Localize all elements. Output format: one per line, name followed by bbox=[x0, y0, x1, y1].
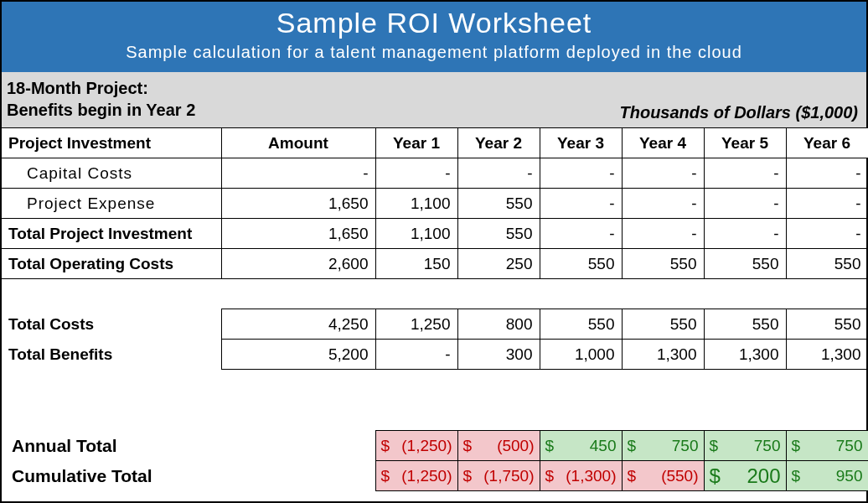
cell: 550 bbox=[704, 309, 786, 340]
cell: 1,300 bbox=[704, 340, 786, 370]
cell: 2,600 bbox=[221, 249, 375, 279]
cell: - bbox=[375, 340, 457, 370]
cell: 1,100 bbox=[375, 219, 457, 249]
label-total-pi: Total Project Investment bbox=[2, 219, 221, 249]
spacer-row bbox=[2, 279, 868, 309]
cell: 550 bbox=[540, 249, 622, 279]
label-cumulative-total: Cumulative Total bbox=[2, 461, 221, 491]
annual-y6: $750 bbox=[786, 431, 868, 461]
cell: 1,000 bbox=[540, 340, 622, 370]
cell: - bbox=[704, 219, 786, 249]
cell: - bbox=[540, 189, 622, 219]
row-total-operating-costs: Total Operating Costs 2,600 150 250 550 … bbox=[2, 249, 868, 279]
cell: 5,200 bbox=[221, 340, 375, 370]
cumulative-y6: $950 bbox=[786, 461, 868, 491]
cell: - bbox=[786, 158, 868, 189]
cell: 550 bbox=[457, 219, 540, 249]
cell: 1,100 bbox=[375, 189, 457, 219]
cell: - bbox=[540, 158, 622, 189]
cell: 1,650 bbox=[221, 189, 375, 219]
cell: - bbox=[704, 189, 786, 219]
label-op-costs: Total Operating Costs bbox=[2, 249, 221, 279]
row-total-costs: Total Costs 4,250 1,250 800 550 550 550 … bbox=[2, 309, 868, 340]
col-year3: Year 3 bbox=[540, 128, 622, 158]
col-amount: Amount bbox=[221, 128, 375, 158]
cell: - bbox=[375, 158, 457, 189]
cumulative-y4: $(550) bbox=[622, 461, 704, 491]
cell: - bbox=[786, 219, 868, 249]
cell: 550 bbox=[540, 309, 622, 340]
cell: 550 bbox=[622, 249, 704, 279]
cell: - bbox=[622, 158, 704, 189]
cell: 550 bbox=[457, 189, 540, 219]
cell: 4,250 bbox=[221, 309, 375, 340]
cumulative-y5: $200 bbox=[704, 461, 786, 491]
col-year4: Year 4 bbox=[622, 128, 704, 158]
col-year2: Year 2 bbox=[457, 128, 540, 158]
cell: - bbox=[622, 219, 704, 249]
cell: 250 bbox=[457, 249, 540, 279]
cell: 1,250 bbox=[375, 309, 457, 340]
cell: - bbox=[457, 158, 540, 189]
annual-y3: $450 bbox=[540, 431, 622, 461]
worksheet-frame: Sample ROI Worksheet Sample calculation … bbox=[0, 0, 868, 503]
annual-y2: $(500) bbox=[457, 431, 540, 461]
col-year5: Year 5 bbox=[704, 128, 786, 158]
label-annual-total: Annual Total bbox=[2, 431, 221, 461]
totals-table: Annual Total $(1,250) $(500) $450 $750 $… bbox=[2, 430, 868, 491]
row-project-expense: Project Expense 1,650 1,100 550 - - - - bbox=[2, 189, 868, 219]
cell: - bbox=[540, 219, 622, 249]
cell: 1,650 bbox=[221, 219, 375, 249]
annual-y1: $(1,250) bbox=[375, 431, 457, 461]
label-total-costs: Total Costs bbox=[2, 309, 221, 340]
units-label: Thousands of Dollars ($1,000) bbox=[619, 103, 858, 122]
cell: 1,300 bbox=[786, 340, 868, 370]
annual-y5: $750 bbox=[704, 431, 786, 461]
row-total-project-investment: Total Project Investment 1,650 1,100 550… bbox=[2, 219, 868, 249]
cumulative-y2: $(1,750) bbox=[457, 461, 540, 491]
row-annual-total: Annual Total $(1,250) $(500) $450 $750 $… bbox=[2, 431, 868, 461]
table-header-row: Project Investment Amount Year 1 Year 2 … bbox=[2, 128, 868, 158]
cell: 300 bbox=[457, 340, 540, 370]
cell: 550 bbox=[786, 249, 868, 279]
header: Sample ROI Worksheet Sample calculation … bbox=[2, 2, 866, 72]
totals-section: Annual Total $(1,250) $(500) $450 $750 $… bbox=[2, 430, 866, 491]
label-capital-costs: Capital Costs bbox=[2, 158, 221, 189]
subheader: 18-Month Project: Benefits begin in Year… bbox=[2, 72, 866, 127]
row-capital-costs: Capital Costs - - - - - - - bbox=[2, 158, 868, 189]
page-title: Sample ROI Worksheet bbox=[2, 7, 866, 39]
cell: - bbox=[622, 189, 704, 219]
cell: - bbox=[704, 158, 786, 189]
cell: 550 bbox=[704, 249, 786, 279]
page-subtitle: Sample calculation for a talent manageme… bbox=[2, 43, 866, 62]
cell: 550 bbox=[622, 309, 704, 340]
label-total-benefits: Total Benefits bbox=[2, 340, 221, 370]
roi-table: Project Investment Amount Year 1 Year 2 … bbox=[2, 127, 868, 370]
col-year6: Year 6 bbox=[786, 128, 868, 158]
cell: - bbox=[786, 189, 868, 219]
cell: 150 bbox=[375, 249, 457, 279]
row-total-benefits: Total Benefits 5,200 - 300 1,000 1,300 1… bbox=[2, 340, 868, 370]
cell: 800 bbox=[457, 309, 540, 340]
row-cumulative-total: Cumulative Total $(1,250) $(1,750) $(1,3… bbox=[2, 461, 868, 491]
col-year1: Year 1 bbox=[375, 128, 457, 158]
cell: - bbox=[221, 158, 375, 189]
annual-y4: $750 bbox=[622, 431, 704, 461]
project-duration-line1: 18-Month Project: bbox=[7, 77, 858, 99]
cumulative-y3: $(1,300) bbox=[540, 461, 622, 491]
label-project-expense: Project Expense bbox=[2, 189, 221, 219]
cumulative-y1: $(1,250) bbox=[375, 461, 457, 491]
cell: 550 bbox=[786, 309, 868, 340]
cell: 1,300 bbox=[622, 340, 704, 370]
col-project-investment: Project Investment bbox=[2, 128, 221, 158]
